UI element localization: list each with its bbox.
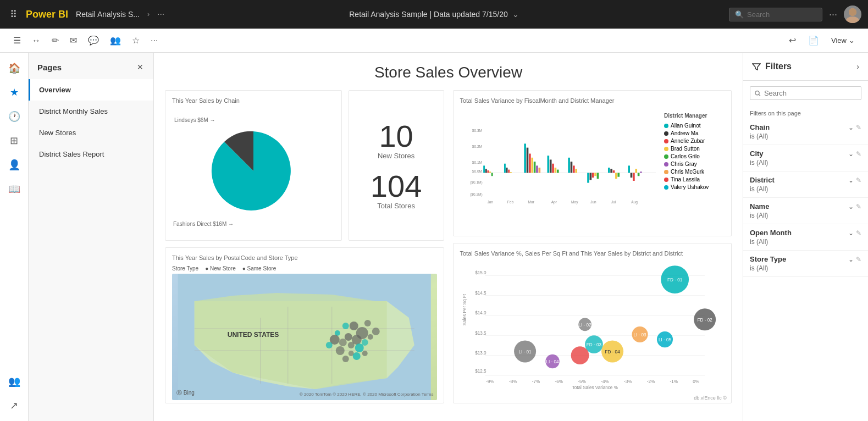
center-title-text: Retail Analysis Sample | Data updated 7/… — [349, 10, 507, 19]
topbar-more-button[interactable]: ··· — [829, 9, 837, 20]
svg-rect-42 — [529, 154, 531, 173]
sidebar-bookmark-icon[interactable]: ★ — [3, 81, 25, 103]
legend-title: District Manager — [664, 113, 725, 119]
app-logo: Power BI — [26, 9, 68, 20]
legend-item-6: Chris McGurk — [664, 169, 725, 175]
waffle-icon[interactable]: ⠿ — [7, 5, 20, 24]
svg-rect-50 — [554, 168, 556, 173]
edit-icon[interactable]: ✏ — [47, 32, 63, 49]
page-item-overview[interactable]: Overview — [29, 79, 153, 101]
report-breadcrumb: Retail Analysis S... — [76, 10, 140, 19]
toolbar-ellipsis[interactable]: ··· — [146, 32, 162, 49]
sidebar-learn-icon[interactable]: 📖 — [3, 178, 25, 200]
svg-rect-38 — [508, 170, 510, 173]
pages-close-button[interactable]: ✕ — [136, 62, 145, 73]
filter-district-chevron[interactable]: ⌄ — [848, 176, 854, 184]
bubble-chart-svg[interactable]: $15.0 $14.5 $14.0 $13.5 $13.0 $12.5 -9% … — [460, 261, 725, 390]
sidebar-external-icon[interactable]: ↗ — [3, 395, 25, 417]
map-visual[interactable]: UNITED STATES — [172, 274, 437, 400]
filter-open-month-edit[interactable]: ✎ — [856, 229, 861, 237]
filter-item-store-type: Store Type ⌄ ✎ is (All) — [743, 251, 868, 277]
bar-chart-container: Total Sales Variance by FiscalMonth and … — [453, 90, 732, 236]
filter-store-type-name: Store Type — [750, 255, 786, 263]
breadcrumb-chevron: › — [147, 10, 150, 18]
svg-point-17 — [372, 328, 380, 335]
bubble-red[interactable] — [571, 346, 589, 364]
svg-rect-57 — [589, 173, 591, 180]
svg-rect-48 — [549, 159, 551, 173]
filter-chain-edit[interactable]: ✎ — [856, 124, 861, 131]
svg-text:May: May — [571, 200, 578, 204]
kpi-new-stores-label: New Stores — [378, 152, 414, 160]
pie-chart-svg[interactable] — [209, 127, 297, 215]
svg-point-4 — [350, 322, 358, 330]
topbar-search-input[interactable] — [747, 10, 813, 19]
bar-chart-svg[interactable]: $0.3M $0.2M $0.1M $0.0M ($0.1M) ($0.2M) — [460, 108, 660, 223]
view-button[interactable]: View ⌄ — [827, 34, 859, 47]
svg-point-9 — [348, 342, 355, 348]
filter-store-type-chevron[interactable]: ⌄ — [848, 256, 854, 263]
svg-rect-65 — [617, 173, 620, 176]
svg-rect-55 — [575, 169, 577, 173]
menu-icon[interactable]: ☰ — [9, 32, 25, 49]
filter-city-edit[interactable]: ✎ — [856, 150, 861, 158]
filter-store-type-edit[interactable]: ✎ — [856, 256, 861, 263]
email-icon[interactable]: ✉ — [65, 32, 81, 49]
filters-search-box[interactable] — [750, 86, 861, 100]
svg-rect-33 — [487, 170, 489, 173]
content-area: Store Sales Overview This Year Sales by … — [154, 53, 743, 421]
filter-district-edit[interactable]: ✎ — [856, 176, 861, 184]
svg-text:FD - 01: FD - 01 — [667, 278, 683, 282]
sidebar-home-icon[interactable]: 🏠 — [3, 57, 25, 79]
pie-chart-title: This Year Sales by Chain — [172, 97, 335, 104]
map-legend-same: Same Store — [247, 265, 277, 272]
sidebar-workspaces-icon[interactable]: 👥 — [3, 370, 25, 392]
filters-search-icon — [755, 90, 761, 97]
svg-rect-43 — [531, 158, 533, 173]
comment-icon[interactable]: 💬 — [84, 32, 103, 49]
svg-text:-3%: -3% — [623, 379, 632, 384]
svg-text:-9%: -9% — [486, 379, 494, 384]
kpi-total-stores: 104 Total Stores — [371, 171, 422, 210]
svg-text:FD - 03: FD - 03 — [586, 342, 601, 347]
filter-name-edit[interactable]: ✎ — [856, 203, 861, 210]
reading-icon[interactable]: 📄 — [804, 32, 823, 49]
svg-rect-64 — [615, 173, 617, 179]
sidebar-apps-icon[interactable]: ⊞ — [3, 130, 25, 152]
group-icon[interactable]: 👥 — [106, 32, 125, 49]
filters-expand-icon[interactable]: › — [856, 62, 859, 71]
db-attribution: db.vlEnce llc © — [694, 395, 727, 401]
pie-label-lindseys: Lindseys $6M → — [174, 117, 215, 123]
center-chevron-icon[interactable]: ⌄ — [512, 10, 519, 19]
page-item-district-monthly[interactable]: District Monthly Sales — [29, 101, 153, 122]
filters-panel: Filters › Filters on this page Chain ⌄ ✎… — [743, 53, 868, 421]
report-ellipsis[interactable]: ··· — [157, 9, 164, 19]
sidebar-recent-icon[interactable]: 🕐 — [3, 106, 25, 128]
page-item-district-sales[interactable]: District Sales Report — [29, 143, 153, 165]
filter-city-name: City — [750, 149, 764, 158]
filter-city-chevron[interactable]: ⌄ — [848, 150, 854, 158]
filters-search-input[interactable] — [764, 89, 856, 97]
svg-line-113 — [759, 94, 760, 96]
page-item-new-stores[interactable]: New Stores — [29, 122, 153, 143]
svg-text:$0.1M: $0.1M — [472, 160, 482, 164]
sidebar-people-icon[interactable]: 👤 — [3, 154, 25, 176]
svg-point-10 — [339, 339, 347, 346]
legend-item-0: Allan Guinot — [664, 123, 725, 129]
map-svg: UNITED STATES — [172, 274, 437, 400]
svg-text:$14.0: $14.0 — [475, 311, 486, 315]
pages-header: Pages ✕ — [29, 62, 153, 79]
pages-panel: Pages ✕ Overview District Monthly Sales … — [29, 53, 154, 421]
filter-open-month-chevron[interactable]: ⌄ — [848, 229, 854, 237]
back-icon[interactable]: ↔ — [27, 32, 45, 49]
svg-rect-67 — [630, 173, 632, 178]
user-avatar[interactable] — [844, 5, 861, 23]
undo-icon[interactable]: ↩ — [784, 32, 800, 49]
filter-chain-chevron[interactable]: ⌄ — [848, 124, 854, 131]
topbar-search-box[interactable]: 🔍 — [729, 8, 822, 21]
filter-name-chevron[interactable]: ⌄ — [848, 203, 854, 210]
legend-item-7: Tina Lassila — [664, 176, 725, 182]
map-country-label: UNITED STATES — [228, 331, 279, 339]
bookmark-icon[interactable]: ☆ — [128, 32, 144, 49]
svg-text:Mar: Mar — [528, 200, 534, 204]
